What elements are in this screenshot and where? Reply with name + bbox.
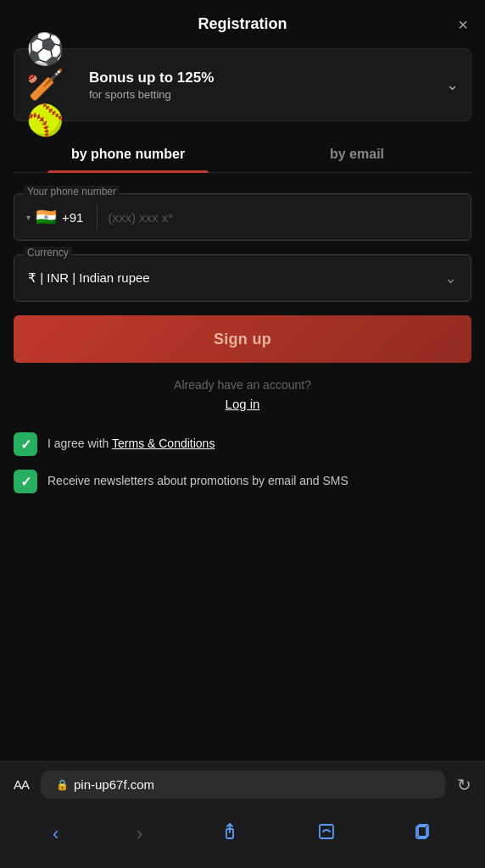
browser-bar: AA 🔒 pin-up67f.com ↻ ‹ ›	[0, 761, 485, 868]
registration-tabs: by phone number by email	[14, 138, 471, 173]
close-button[interactable]: ×	[458, 16, 468, 33]
bonus-chevron-icon: ⌄	[446, 75, 459, 94]
newsletter-label: Receive newsletters about promotions by …	[47, 470, 348, 490]
terms-label: I agree with Terms & Conditions	[47, 432, 215, 453]
newsletter-checkbox[interactable]: ✓	[14, 470, 37, 493]
tab-email[interactable]: by email	[242, 138, 471, 172]
forward-button[interactable]: ›	[123, 820, 156, 849]
currency-value: ₹ | INR | Indian rupee	[28, 270, 150, 286]
login-area: Already have an account? Log in	[14, 378, 471, 412]
lock-icon: 🔒	[56, 779, 69, 791]
newsletter-checkbox-row: ✓ Receive newsletters about promotions b…	[14, 470, 471, 493]
bonus-banner[interactable]: ⚽🏏🥎 Bonus up to 125% for sports betting …	[14, 48, 471, 121]
phone-input-wrapper: ▾ 🇮🇳 +91	[14, 193, 471, 241]
terms-check-icon: ✓	[20, 437, 31, 453]
already-account-text: Already have an account?	[14, 378, 471, 392]
text-size-control[interactable]: AA	[14, 777, 29, 792]
country-flag: 🇮🇳	[36, 207, 57, 227]
tab-phone[interactable]: by phone number	[14, 138, 242, 172]
bonus-title: Bonus up to 125%	[89, 70, 438, 86]
phone-input[interactable]	[108, 210, 459, 225]
country-selector[interactable]: ▾ 🇮🇳 +91	[26, 207, 83, 227]
url-text: pin-up67f.com	[74, 777, 154, 792]
country-code: +91	[62, 210, 83, 225]
currency-label: Currency	[24, 247, 72, 259]
share-button[interactable]	[207, 819, 253, 849]
terms-checkbox[interactable]: ✓	[14, 432, 37, 456]
browser-url-row: AA 🔒 pin-up67f.com ↻	[14, 771, 471, 798]
terms-link[interactable]: Terms & Conditions	[112, 437, 215, 450]
phone-divider	[97, 205, 98, 229]
agreements-area: ✓ I agree with Terms & Conditions ✓ Rece…	[0, 432, 485, 493]
signup-button[interactable]: Sign up	[14, 315, 471, 363]
header: Registration ×	[0, 0, 485, 48]
back-button[interactable]: ‹	[39, 820, 72, 849]
nav-bar: ‹ ›	[14, 810, 471, 863]
currency-group: Currency ₹ | INR | Indian rupee ⌄	[14, 254, 471, 302]
svg-rect-1	[320, 825, 333, 838]
newsletter-check-icon: ✓	[20, 474, 31, 490]
currency-chevron-icon: ⌄	[444, 269, 457, 287]
url-bar[interactable]: 🔒 pin-up67f.com	[41, 771, 445, 798]
phone-number-group: Your phone number ▾ 🇮🇳 +91	[14, 193, 471, 241]
bookmarks-button[interactable]	[304, 819, 349, 849]
refresh-button[interactable]: ↻	[457, 775, 471, 795]
bonus-subtitle: for sports betting	[89, 88, 438, 101]
phone-label: Your phone number	[24, 186, 120, 198]
page-title: Registration	[198, 15, 287, 33]
registration-form: Your phone number ▾ 🇮🇳 +91 Currency ₹ | …	[0, 193, 485, 432]
login-button[interactable]: Log in	[226, 397, 260, 411]
bonus-text: Bonus up to 125% for sports betting	[89, 70, 438, 101]
bonus-icon: ⚽🏏🥎	[26, 59, 77, 110]
terms-checkbox-row: ✓ I agree with Terms & Conditions	[14, 432, 471, 456]
currency-selector[interactable]: ₹ | INR | Indian rupee ⌄	[14, 254, 471, 302]
country-chevron-icon: ▾	[26, 213, 31, 222]
tabs-button[interactable]	[400, 819, 446, 849]
